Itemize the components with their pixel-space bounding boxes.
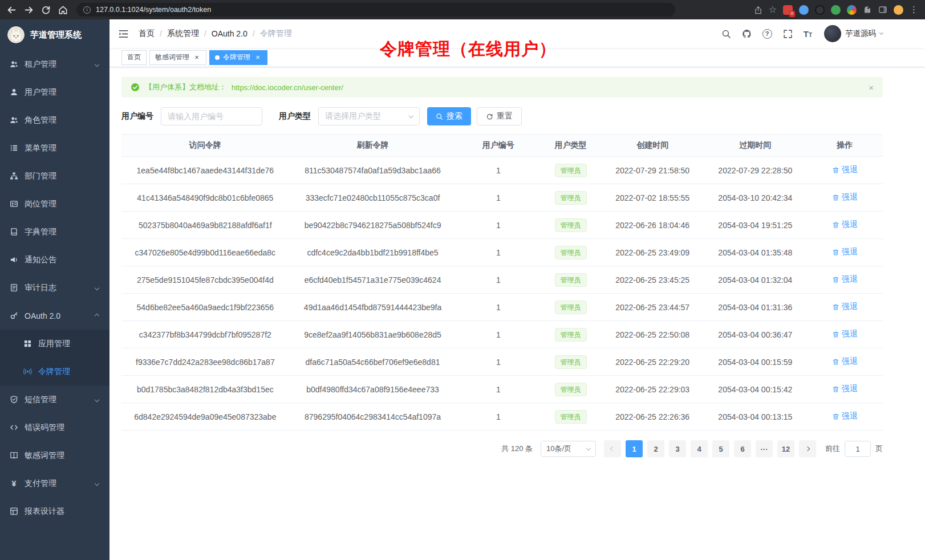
browser-forward-icon[interactable]	[24, 5, 34, 15]
search-button[interactable]: 搜索	[427, 107, 471, 125]
browser-back-icon[interactable]	[7, 5, 17, 15]
browser-home-icon[interactable]	[58, 5, 68, 15]
tab-token[interactable]: 令牌管理 ×	[209, 50, 267, 65]
help-icon[interactable]	[762, 29, 772, 39]
extension-dark-icon[interactable]	[815, 5, 825, 15]
prev-page-button[interactable]	[604, 440, 621, 457]
extension-blue-icon[interactable]	[799, 5, 809, 15]
sidebar-item-label: 支付管理	[25, 478, 56, 489]
breadcrumb: 首页 / 系统管理 / OAuth 2.0 / 令牌管理	[139, 29, 292, 39]
sidebar-item-notice[interactable]: 通知公告	[0, 246, 109, 274]
sidebar-item-sms[interactable]: 短信管理	[0, 385, 109, 413]
tab-label: 首页	[127, 52, 141, 62]
sidebar-item-oauth2-app[interactable]: 应用管理	[0, 330, 109, 358]
goto-page-input[interactable]	[845, 441, 871, 457]
sidebar-item-oauth2-token[interactable]: 令牌管理	[0, 358, 109, 385]
force-logout-button[interactable]: 强退	[832, 274, 858, 285]
force-logout-button[interactable]: 强退	[832, 165, 858, 175]
sidebar-item-report-designer[interactable]: 报表设计器	[0, 497, 109, 525]
extension-colorful-icon[interactable]	[847, 5, 857, 15]
user-type-select[interactable]: 请选择用户类型	[318, 107, 420, 125]
next-page-button[interactable]	[799, 440, 816, 457]
sidebar-item-role[interactable]: 角色管理	[0, 106, 109, 134]
user-icon	[10, 88, 18, 96]
page-button-12[interactable]: 12	[777, 440, 794, 457]
table-header-row: 访问令牌 刷新令牌 用户编号 用户类型 创建时间 过期时间 操作	[121, 135, 883, 157]
fullscreen-icon[interactable]	[783, 29, 793, 39]
page-ellipsis[interactable]: ···	[756, 440, 773, 457]
force-logout-label: 强退	[842, 329, 858, 339]
browser-reload-icon[interactable]	[41, 5, 51, 15]
bookmark-star-icon[interactable]	[769, 5, 777, 14]
table-row: 6d842e2924594de9a09e45e087323abe 8796295…	[121, 403, 883, 431]
user-id-input[interactable]	[161, 107, 262, 125]
user-id-cell: 1	[456, 348, 540, 376]
table-row: 1ea5e44f8bc1467aaede43144f31de76 811c530…	[121, 157, 883, 184]
user-type-badge: 管理员	[555, 383, 587, 396]
total-count: 共 120 条	[501, 444, 533, 454]
sidebar-item-tenant[interactable]: 租户管理	[0, 50, 109, 78]
user-id-cell: 1	[456, 294, 540, 321]
tab-home[interactable]: 首页	[121, 50, 147, 65]
breadcrumb-system[interactable]: 系统管理	[167, 29, 199, 39]
username: 芋道源码	[845, 29, 876, 39]
sidebar-item-pay[interactable]: ¥ 支付管理	[0, 469, 109, 497]
browser-menu-icon[interactable]	[910, 5, 918, 15]
force-logout-button[interactable]: 强退	[832, 302, 858, 312]
app-logo[interactable]: 芋道管理系统	[0, 19, 109, 50]
extension-green-icon[interactable]	[831, 5, 841, 15]
close-icon[interactable]: ×	[193, 54, 201, 62]
share-icon[interactable]	[754, 6, 762, 14]
alert-close-icon[interactable]: ×	[869, 83, 874, 92]
sidebar-item-menu[interactable]: 菜单管理	[0, 134, 109, 162]
page-button-2[interactable]: 2	[647, 440, 664, 457]
sidebar-item-oauth2[interactable]: OAuth 2.0	[0, 302, 109, 330]
user-id-cell: 1	[456, 157, 540, 184]
sidebar-toggle-icon[interactable]	[118, 29, 129, 39]
sidebar-item-post[interactable]: 岗位管理	[0, 190, 109, 218]
force-logout-button[interactable]: 强退	[832, 411, 858, 421]
extensions-puzzle-icon[interactable]	[863, 5, 872, 14]
users-icon	[10, 60, 18, 68]
page-button-1[interactable]: 1	[626, 440, 643, 457]
create-time-cell: 2022-07-02 18:55:55	[601, 184, 704, 212]
sidebar-item-sensitive-word[interactable]: 敏感词管理	[0, 441, 109, 469]
sidebar-item-audit-log[interactable]: 审计日志	[0, 274, 109, 302]
sidebar-item-dept[interactable]: 部门管理	[0, 162, 109, 190]
force-logout-button[interactable]: 强退	[832, 220, 858, 230]
browser-profile-avatar[interactable]	[894, 5, 903, 15]
font-size-icon[interactable]	[804, 30, 812, 38]
site-info-icon[interactable]	[83, 6, 91, 14]
sidebar-item-user[interactable]: 用户管理	[0, 78, 109, 106]
create-time-cell: 2022-07-29 21:58:50	[601, 157, 704, 184]
force-logout-button[interactable]: 强退	[832, 247, 858, 257]
close-icon[interactable]: ×	[254, 54, 262, 62]
page-button-5[interactable]: 5	[712, 440, 729, 457]
force-logout-button[interactable]: 强退	[832, 356, 858, 367]
breadcrumb-home[interactable]: 首页	[139, 29, 155, 39]
sidebar-item-error-code[interactable]: 错误码管理	[0, 413, 109, 441]
code-icon	[10, 423, 18, 432]
split-view-icon[interactable]	[878, 5, 887, 14]
page-button-4[interactable]: 4	[691, 440, 708, 457]
user-menu[interactable]: 芋道源码	[824, 25, 883, 42]
address-bar[interactable]: 127.0.0.1:1024/system/oauth2/token	[76, 3, 675, 17]
page-button-3[interactable]: 3	[669, 440, 686, 457]
github-icon[interactable]	[742, 29, 752, 39]
search-icon[interactable]	[721, 29, 731, 39]
doc-link[interactable]: https://doc.iocoder.cn/user-center/	[232, 83, 343, 92]
tab-sensitive-word[interactable]: 敏感词管理 ×	[149, 50, 206, 65]
force-logout-button[interactable]: 强退	[832, 384, 858, 394]
page-button-6[interactable]: 6	[734, 440, 751, 457]
reset-button[interactable]: 重置	[477, 107, 522, 125]
trash-icon	[832, 331, 839, 338]
breadcrumb-oauth2[interactable]: OAuth 2.0	[212, 29, 248, 38]
page-size-select[interactable]: 10条/页	[541, 441, 596, 457]
force-logout-button[interactable]: 强退	[832, 329, 858, 339]
column-header: 操作	[806, 135, 883, 157]
force-logout-label: 强退	[842, 165, 858, 175]
actions-cell: 强退	[806, 266, 883, 294]
extension-adblock-icon[interactable]: 0	[783, 5, 793, 15]
force-logout-button[interactable]: 强退	[832, 192, 858, 202]
sidebar-item-dict[interactable]: 字典管理	[0, 218, 109, 246]
